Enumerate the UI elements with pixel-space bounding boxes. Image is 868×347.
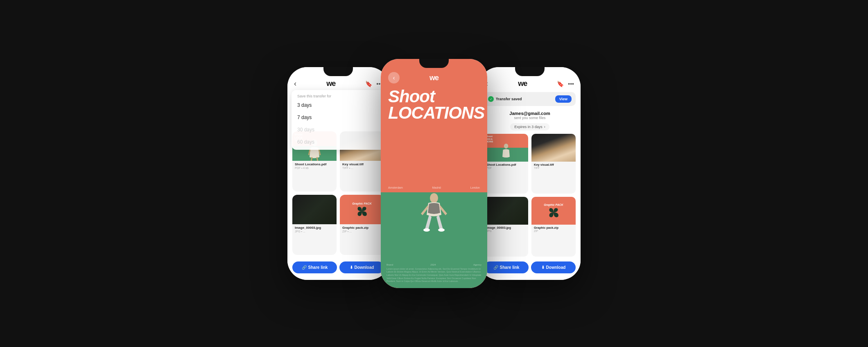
- link-icon-left: 🔗: [302, 265, 307, 270]
- bookmark-icon-left[interactable]: 🔖: [365, 81, 372, 87]
- dropdown-30days[interactable]: 30 days: [292, 124, 385, 136]
- download-icon-left: ⬇: [350, 265, 353, 270]
- file-name-keyvisual-left: Key visual.tiff: [342, 162, 382, 166]
- file-meta-image3-left: JPG • ...: [295, 230, 334, 233]
- file-name-image3-right: Image_00003.jpg: [486, 226, 526, 230]
- city-amsterdam: Amsterdam: [388, 186, 403, 189]
- file-meta-keyvisual-right: TIFF: [534, 167, 573, 169]
- thumb-keyvisual-right: [531, 134, 576, 162]
- file-card-image3-left[interactable]: Image_00003.jpg JPG • ...: [292, 195, 337, 255]
- thumb-image3-left: [292, 195, 337, 224]
- graphic-pack-logo-left: Graphic PACK: [352, 202, 372, 217]
- file-meta-keyvisual-left: TIFF • ...: [342, 167, 382, 169]
- dropdown-7days[interactable]: 7 days: [292, 111, 385, 124]
- center-lorem-text: Lorem ipsum dolor sit amet, Consectetur …: [387, 268, 481, 283]
- share-link-button-left[interactable]: 🔗 Share link: [292, 261, 337, 273]
- graphic-pack-title-right: Graphic PACK: [544, 203, 563, 206]
- svg-point-2: [423, 228, 430, 232]
- file-card-graphic-left[interactable]: Graphic PACK Graphic pack.zip ZIP • ...: [340, 195, 384, 255]
- download-icon-right: ⬇: [541, 265, 545, 270]
- save-duration-dropdown[interactable]: Save this transfer for 3 days 7 days 30 …: [292, 90, 385, 150]
- file-card-graphic-right[interactable]: Graphic PACK Graphic pack.zip ZIP: [531, 197, 576, 257]
- file-meta-image3-right: JPG: [486, 230, 526, 232]
- transfer-saved-banner: ✓ Transfer saved View: [484, 92, 576, 106]
- expiry-chevron: ›: [544, 125, 545, 129]
- shoot-title-line1: Shoot: [388, 88, 480, 105]
- dropdown-60days[interactable]: 60 days: [292, 136, 385, 148]
- we-logo-center: we: [429, 74, 439, 82]
- city-madrid: Madrid: [432, 186, 441, 189]
- check-icon: ✓: [488, 96, 494, 102]
- download-button-left[interactable]: ⬇ Download: [339, 261, 384, 273]
- back-button-left[interactable]: ‹: [294, 79, 296, 88]
- center-bottom-text: Brand 2024 Agency Lorem ipsum dolor sit …: [381, 264, 487, 283]
- graphic-pack-title-left: Graphic PACK: [352, 202, 372, 205]
- file-meta-graphic-right: ZIP: [534, 230, 573, 232]
- expiry-text[interactable]: Expires in 3 days ›: [510, 123, 549, 131]
- share-label-left: Share link: [308, 265, 328, 270]
- svg-point-4: [504, 144, 509, 149]
- brand-label: Brand: [387, 264, 393, 266]
- file-meta-graphic-left: ZIP • ...: [342, 230, 382, 233]
- file-card-shoot-right[interactable]: ShootLOCATIONS Shoot Locations.pdf PDF: [484, 134, 528, 194]
- right-phone-content: ‹ we 🔖 ••• ✓ Transfer saved View James@g…: [479, 67, 581, 280]
- file-name-image3-left: Image_00003.jpg: [295, 226, 334, 230]
- bookmark-icon-right[interactable]: 🔖: [557, 81, 564, 87]
- shoot-cities-row: Amsterdam Madrid London: [381, 185, 487, 189]
- shoot-title-area: Shoot LOCATIONS: [381, 83, 487, 185]
- city-london: London: [470, 186, 480, 189]
- file-info-keyvisual-left: Key visual.tiff TIFF • ...: [340, 161, 384, 172]
- phones-container: ‹ we 🔖 ••• Save this transfer for 3 days…: [0, 0, 868, 347]
- phone-right: ‹ we 🔖 ••• ✓ Transfer saved View James@g…: [479, 67, 581, 280]
- file-meta-shoot-left: PDF • 4 kb: [295, 167, 334, 169]
- header-icons-right: 🔖 •••: [557, 81, 574, 87]
- expiry-row: Expires in 3 days ›: [479, 121, 581, 132]
- file-card-image3-right[interactable]: Image_00003.jpg JPG: [484, 197, 528, 257]
- svg-point-1: [430, 193, 438, 203]
- dropdown-3days[interactable]: 3 days: [292, 99, 385, 111]
- notch-left: [323, 67, 353, 76]
- dropdown-label: Save this transfer for: [292, 92, 385, 99]
- file-info-image3-left: Image_00003.jpg JPG • ...: [292, 224, 337, 235]
- file-card-keyvisual-right[interactable]: Key visual.tiff TIFF: [531, 134, 576, 194]
- link-icon-right: 🔗: [493, 265, 498, 270]
- view-button[interactable]: View: [555, 95, 572, 103]
- download-label-right: Download: [546, 265, 566, 270]
- thumb-graphic-left: Graphic PACK: [340, 195, 384, 224]
- agency-label: Agency: [473, 264, 481, 266]
- thumb-graphic-right: Graphic PACK: [531, 197, 576, 225]
- shoot-figure-right: [500, 142, 512, 160]
- file-name-shoot-right: Shoot Locations.pdf: [486, 163, 526, 167]
- share-link-button-right[interactable]: 🔗 Share link: [484, 261, 529, 273]
- file-info-graphic-left: Graphic pack.zip ZIP • ...: [340, 224, 384, 235]
- thumb-shoot-right: ShootLOCATIONS: [484, 134, 528, 162]
- center-phone-content: ‹ we Shoot LOCATIONS Amsterdam Madrid Lo…: [381, 59, 487, 288]
- transfer-saved-text: Transfer saved: [496, 97, 522, 101]
- left-phone-content: ‹ we 🔖 ••• Save this transfer for 3 days…: [287, 67, 389, 280]
- download-button-right[interactable]: ⬇ Download: [531, 261, 576, 273]
- we-logo-right: we: [518, 79, 527, 88]
- file-name-keyvisual-right: Key visual.tiff: [534, 163, 573, 167]
- file-info-image3-right: Image_00003.jpg JPG: [484, 225, 528, 234]
- sender-subtitle: sent you some files: [486, 116, 574, 120]
- sender-email: James@gmail.com: [486, 111, 574, 116]
- back-button-center[interactable]: ‹: [388, 72, 400, 83]
- leaf-icon-right: [548, 207, 559, 218]
- right-file-grid: ShootLOCATIONS Shoot Locations.pdf PDF: [479, 132, 581, 258]
- we-logo-left: we: [326, 79, 335, 88]
- more-icon-right[interactable]: •••: [568, 81, 574, 87]
- center-image-area: Brand 2024 Agency Lorem ipsum dolor sit …: [381, 192, 487, 288]
- file-meta-shoot-right: PDF: [486, 167, 526, 169]
- center-credits-row: Brand 2024 Agency: [387, 264, 481, 266]
- phone-center: ‹ we Shoot LOCATIONS Amsterdam Madrid Lo…: [381, 59, 487, 288]
- svg-point-3: [438, 228, 445, 232]
- right-bottom-buttons: 🔗 Share link ⬇ Download: [479, 258, 581, 280]
- download-label-left: Download: [355, 265, 374, 270]
- file-info-graphic-right: Graphic pack.zip ZIP: [531, 225, 576, 234]
- graphic-pack-logo-right: Graphic PACK: [544, 203, 563, 218]
- transfer-saved-left: ✓ Transfer saved: [488, 96, 522, 102]
- sender-info: James@gmail.com sent you some files: [479, 108, 581, 121]
- shoot-title-line2: LOCATIONS: [388, 105, 480, 121]
- file-name-graphic-left: Graphic pack.zip: [342, 226, 382, 230]
- phone-left: ‹ we 🔖 ••• Save this transfer for 3 days…: [287, 67, 389, 280]
